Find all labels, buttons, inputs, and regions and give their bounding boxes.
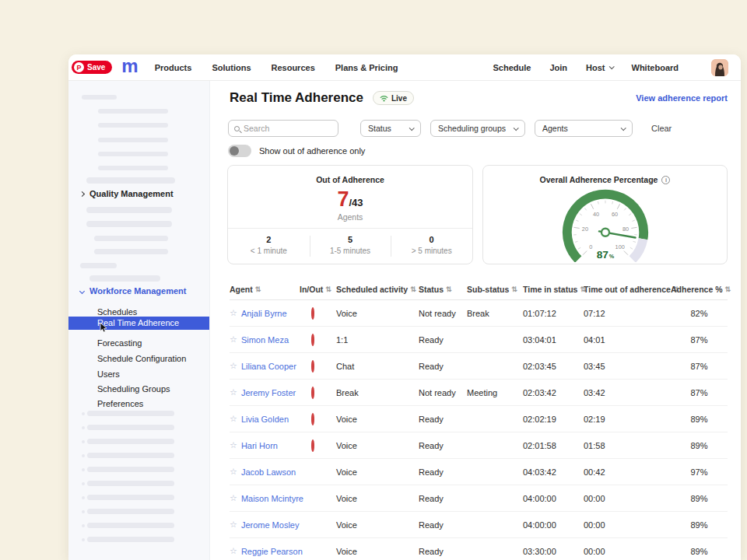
pinterest-save-button[interactable]: P Save bbox=[72, 61, 112, 74]
out-of-adherence-toggle[interactable] bbox=[228, 145, 251, 157]
page-title: Real Time Adherence bbox=[230, 90, 363, 106]
time-in-status-cell: 01:07:12 bbox=[523, 309, 584, 318]
skeleton-bar bbox=[86, 177, 175, 184]
skeleton-bar bbox=[98, 109, 168, 114]
star-icon[interactable]: ☆ bbox=[230, 546, 237, 556]
agent-link[interactable]: Anjali Byrne bbox=[241, 309, 287, 318]
column-header[interactable]: Agent⇅ bbox=[230, 285, 300, 294]
time-in-status-cell: 04:00:00 bbox=[523, 494, 584, 503]
status-cell: Ready bbox=[419, 441, 467, 450]
star-icon[interactable]: ☆ bbox=[230, 334, 237, 345]
skeleton-bar bbox=[98, 152, 168, 156]
skeleton-bar bbox=[82, 510, 85, 513]
skeleton-bar bbox=[87, 439, 174, 444]
clear-filters-button[interactable]: Clear bbox=[651, 124, 672, 133]
nav-item-host[interactable]: Host bbox=[586, 63, 612, 72]
agent-link[interactable]: Jeremy Foster bbox=[241, 388, 296, 397]
nav-item-schedule[interactable]: Schedule bbox=[493, 63, 531, 72]
sidebar-item-schedule-configuration[interactable]: Schedule Configuration bbox=[68, 352, 209, 366]
column-header[interactable]: Status⇅ bbox=[419, 285, 467, 294]
sidebar-item-quality-management[interactable]: Quality Management bbox=[80, 189, 174, 198]
search-input[interactable] bbox=[244, 124, 332, 133]
star-icon[interactable]: ☆ bbox=[230, 440, 237, 450]
agent-link[interactable]: Hari Horn bbox=[241, 441, 278, 450]
agent-link[interactable]: Jacob Lawson bbox=[241, 467, 296, 477]
sidebar-item-preferences[interactable]: Preferences bbox=[68, 397, 209, 411]
skeleton-bar bbox=[86, 221, 172, 227]
table-row: ☆ Hari Horn Voice Ready 02:01:58 01:58 8… bbox=[230, 432, 728, 459]
adherence-gauge: 02040608010087% bbox=[526, 183, 685, 262]
nav-item-whiteboard[interactable]: Whiteboard bbox=[632, 63, 679, 72]
scheduled-activity-cell: Voice bbox=[336, 467, 419, 477]
skeleton-bar bbox=[98, 166, 168, 170]
svg-text:40: 40 bbox=[592, 211, 598, 218]
star-icon[interactable]: ☆ bbox=[230, 361, 237, 371]
sidebar-item-forecasting[interactable]: Forecasting bbox=[68, 337, 209, 350]
agent-link[interactable]: Maison Mcintyre bbox=[241, 494, 303, 503]
time-out-of-adherence-cell: 02:19 bbox=[584, 415, 671, 424]
out-of-adherence-title: Out of Adherence bbox=[228, 175, 472, 184]
star-icon[interactable]: ☆ bbox=[230, 520, 237, 530]
skeleton-bar bbox=[87, 453, 174, 458]
agent-link[interactable]: Liliana Cooper bbox=[241, 362, 296, 371]
star-icon[interactable]: ☆ bbox=[230, 308, 237, 318]
star-icon[interactable]: ☆ bbox=[230, 493, 237, 503]
nav-item-solutions[interactable]: Solutions bbox=[212, 63, 251, 72]
chevron-down-icon bbox=[79, 288, 85, 293]
adherence-percent-cell: 87% bbox=[671, 335, 728, 345]
nav-item-join[interactable]: Join bbox=[549, 63, 567, 72]
column-header[interactable]: Adherence %⇅ bbox=[671, 285, 728, 294]
skeleton-bar bbox=[82, 482, 85, 485]
skeleton-bar bbox=[98, 138, 168, 142]
status-cell: Not ready bbox=[419, 388, 467, 397]
adherence-percent-cell: 87% bbox=[671, 362, 728, 371]
sidebar-item-users[interactable]: Users bbox=[68, 368, 209, 381]
table-row: ☆ Simon Meza 1:1 Ready 03:04:01 04:01 87… bbox=[230, 327, 728, 353]
toggle-label: Show out of adherence only bbox=[259, 146, 365, 156]
sort-icon: ⇅ bbox=[446, 285, 452, 293]
time-out-of-adherence-cell: 00:00 bbox=[584, 547, 671, 556]
skeleton-bar bbox=[82, 468, 85, 471]
column-header[interactable]: In/Out⇅ bbox=[300, 285, 336, 294]
status-dropdown[interactable]: Status bbox=[360, 120, 421, 137]
skeleton-bar bbox=[82, 440, 85, 443]
skeleton-bar bbox=[82, 524, 85, 527]
table-row: ☆ Liliana Cooper Chat Ready 02:03:45 03:… bbox=[230, 353, 728, 380]
skeleton-bar bbox=[82, 496, 85, 499]
adherence-percent-cell: 89% bbox=[671, 494, 728, 503]
nav-item-resources[interactable]: Resources bbox=[272, 63, 315, 72]
agent-link[interactable]: Jerome Mosley bbox=[241, 520, 300, 530]
sidebar-item-workforce-management[interactable]: Workforce Management bbox=[80, 286, 187, 296]
sidebar-item-scheduling-groups[interactable]: Scheduling Groups bbox=[68, 383, 209, 396]
sub-status-cell: Break bbox=[467, 309, 523, 318]
agents-dropdown[interactable]: Agents bbox=[535, 120, 633, 137]
nav-item-products[interactable]: Products bbox=[155, 63, 192, 72]
status-cell: Ready bbox=[419, 547, 467, 556]
star-icon[interactable]: ☆ bbox=[230, 414, 237, 424]
star-icon[interactable]: ☆ bbox=[230, 387, 237, 397]
column-header[interactable]: Scheduled activity⇅ bbox=[336, 285, 419, 294]
agent-link[interactable]: Reggie Pearson bbox=[241, 547, 303, 556]
out-of-adherence-card: Out of Adherence 7/43 Agents 2 < 1 minut… bbox=[227, 165, 473, 264]
nav-item-plans-pricing[interactable]: Plans & Pricing bbox=[335, 63, 398, 72]
brand-logo[interactable]: m bbox=[121, 57, 137, 79]
table-row: ☆ Livia Golden Voice Ready 02:02:19 02:1… bbox=[230, 406, 728, 432]
sidebar-item-real-time-adherence[interactable]: Real Time Adherence bbox=[68, 317, 209, 330]
column-header[interactable]: Time out of adherence⇅ bbox=[584, 285, 671, 294]
agent-link[interactable]: Simon Meza bbox=[241, 335, 289, 345]
skeleton-bar bbox=[87, 425, 174, 430]
scheduling-groups-dropdown[interactable]: Scheduling groups bbox=[430, 120, 525, 137]
scheduled-activity-cell: Voice bbox=[336, 547, 419, 556]
column-header[interactable]: Time in status⇅ bbox=[523, 285, 584, 294]
scheduled-activity-cell: 1:1 bbox=[336, 335, 419, 345]
star-icon[interactable]: ☆ bbox=[230, 467, 237, 477]
column-header[interactable]: Sub-status⇅ bbox=[467, 285, 523, 294]
chevron-down-icon bbox=[514, 125, 519, 131]
agent-link[interactable]: Livia Golden bbox=[241, 415, 289, 424]
view-adherence-report-link[interactable]: View adherence report bbox=[636, 93, 728, 103]
status-cell: Ready bbox=[419, 494, 467, 503]
adherence-percent-cell: 89% bbox=[671, 520, 728, 530]
svg-text:0: 0 bbox=[589, 243, 592, 250]
top-navbar: P Save m Products Solutions Resources Pl… bbox=[68, 54, 741, 81]
user-avatar[interactable] bbox=[711, 59, 728, 76]
